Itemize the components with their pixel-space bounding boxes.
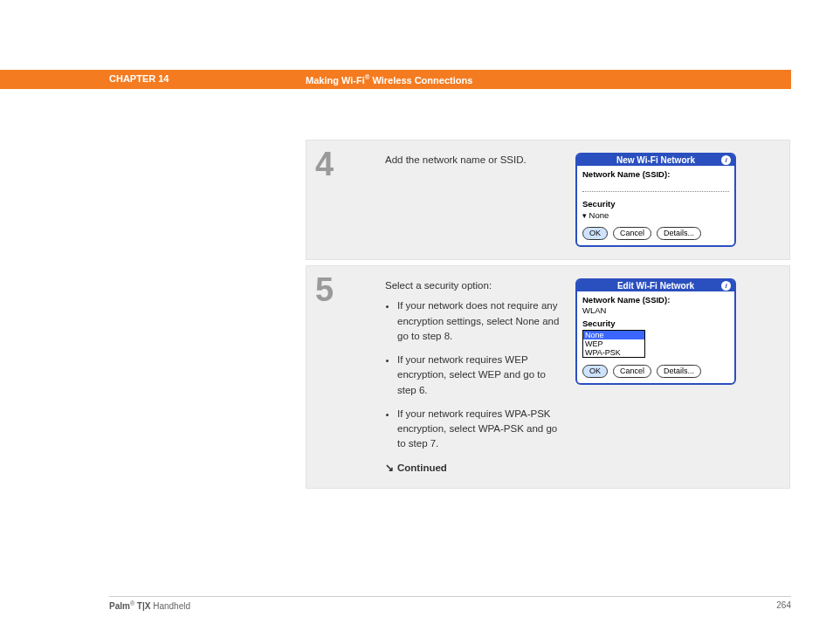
info-icon[interactable]: i bbox=[721, 281, 731, 291]
step-4: 4 Add the network name or SSID. New Wi-F… bbox=[306, 140, 790, 260]
panel-title: New Wi-Fi Network i bbox=[577, 154, 734, 166]
security-option-wep[interactable]: WEP bbox=[583, 339, 644, 348]
security-label: Security bbox=[582, 319, 729, 328]
chapter-label: CHAPTER 14 bbox=[109, 73, 169, 84]
ssid-value[interactable]: WLAN bbox=[582, 305, 729, 315]
continued-label: Continued bbox=[385, 461, 560, 476]
page-footer: Palm® T|X Handheld 264 bbox=[109, 596, 791, 611]
ssid-input[interactable] bbox=[582, 181, 729, 192]
details-button[interactable]: Details... bbox=[657, 227, 701, 240]
step-5-intro: Select a security option: bbox=[385, 278, 560, 293]
ssid-label: Network Name (SSID): bbox=[582, 295, 729, 305]
panel-title: Edit Wi-Fi Network i bbox=[577, 280, 734, 291]
bullet: If your network requires WEP encryption,… bbox=[397, 353, 560, 398]
step-4-text: Add the network name or SSID. bbox=[385, 153, 560, 168]
step-5-bullets: If your network does not require any enc… bbox=[385, 298, 560, 451]
bullet: If your network requires WPA-PSK encrypt… bbox=[397, 407, 560, 452]
step-number: 4 bbox=[306, 140, 376, 181]
page-number: 264 bbox=[776, 600, 791, 611]
security-dropdown-open[interactable]: None WEP WPA-PSK bbox=[582, 330, 645, 358]
details-button[interactable]: Details... bbox=[657, 365, 701, 378]
bullet: If your network does not require any enc… bbox=[397, 298, 560, 344]
palm-panel-edit-wifi: Edit Wi-Fi Network i Network Name (SSID)… bbox=[575, 278, 736, 385]
chapter-header-bar: CHAPTER 14 Making Wi-Fi® Wireless Connec… bbox=[0, 70, 791, 89]
step-number: 5 bbox=[306, 266, 376, 306]
step-5: 5 Select a security option: If your netw… bbox=[306, 265, 790, 489]
steps-container: 4 Add the network name or SSID. New Wi-F… bbox=[306, 140, 790, 494]
product-name: Palm® T|X Handheld bbox=[109, 600, 190, 611]
ok-button[interactable]: OK bbox=[582, 227, 608, 240]
ssid-label: Network Name (SSID): bbox=[582, 169, 729, 179]
cancel-button[interactable]: Cancel bbox=[613, 365, 651, 378]
palm-panel-new-wifi: New Wi-Fi Network i Network Name (SSID):… bbox=[575, 153, 736, 247]
cancel-button[interactable]: Cancel bbox=[613, 227, 651, 240]
security-option-none[interactable]: None bbox=[583, 331, 644, 339]
ok-button[interactable]: OK bbox=[582, 365, 608, 378]
security-label: Security bbox=[582, 199, 729, 209]
security-dropdown[interactable]: None bbox=[582, 210, 729, 220]
page-title: Making Wi-Fi® Wireless Connections bbox=[306, 73, 472, 86]
security-option-wpapsk[interactable]: WPA-PSK bbox=[583, 348, 644, 357]
info-icon[interactable]: i bbox=[721, 155, 731, 165]
